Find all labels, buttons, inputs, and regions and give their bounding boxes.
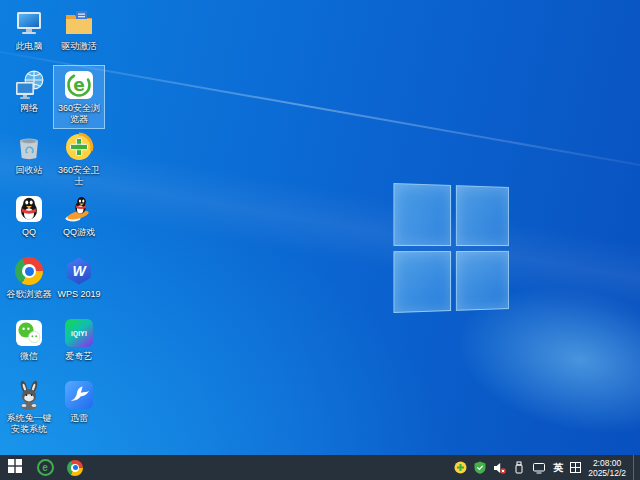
iqiyi-glyph: iQIYI: [71, 330, 87, 337]
chrome-icon: [13, 255, 45, 287]
chrome-taskbar-icon: [67, 460, 83, 476]
icon-label: 360安全浏览器: [54, 103, 104, 125]
360-browser-taskbar-icon: e: [37, 459, 54, 476]
icon-label: 360安全卫士: [54, 165, 104, 187]
desktop-icon-wps[interactable]: W WPS 2019: [54, 252, 104, 314]
desktop-wallpaper: 此电脑 驱动激活: [0, 0, 640, 480]
desktop-icon-qq[interactable]: QQ: [4, 190, 54, 252]
desktop-icon-chrome[interactable]: 谷歌浏览器: [4, 252, 54, 314]
icon-label: 驱动激活: [61, 41, 97, 52]
taskbar-left: e: [0, 455, 90, 480]
ime-language-indicator[interactable]: 英: [553, 461, 563, 475]
icon-label: WPS 2019: [57, 289, 100, 300]
360-browser-icon: e: [63, 69, 95, 101]
taskbar-360-browser-button[interactable]: e: [30, 455, 60, 480]
start-button[interactable]: [0, 455, 30, 480]
system-tray: 英 2:08:00 2025/12/2: [454, 455, 640, 480]
desktop-icon-qq-games[interactable]: QQ游戏: [54, 190, 104, 252]
icon-label: 迅雷: [70, 413, 88, 424]
icon-label: QQ: [22, 227, 36, 238]
desktop-icon-recycle-bin[interactable]: 回收站: [4, 128, 54, 190]
windows-logo: [393, 183, 508, 313]
icon-label: 爱奇艺: [66, 351, 93, 362]
clock-time: 2:08:00: [588, 458, 626, 468]
windows-logo-pane: [393, 251, 450, 314]
icon-label: 此电脑: [16, 41, 43, 52]
recycle-bin-icon: [13, 131, 45, 163]
system-rabbit-icon: [13, 379, 45, 411]
desktop-icon-wechat[interactable]: 微信: [4, 314, 54, 376]
desktop-icon-network[interactable]: 网络: [4, 66, 54, 128]
windows-start-icon: [8, 459, 22, 476]
desktop-icon-system-rabbit[interactable]: 系统兔一键安装系统: [4, 376, 54, 438]
taskbar: e: [0, 455, 640, 480]
wps-glyph: W: [72, 263, 85, 279]
desktop-icon-this-pc[interactable]: 此电脑: [4, 4, 54, 66]
icon-label: 回收站: [16, 165, 43, 176]
desktop-icon-360-safeguard[interactable]: 360安全卫士: [54, 128, 104, 190]
icon-label: 微信: [20, 351, 38, 362]
desktop-icon-360-browser[interactable]: e 360安全浏览器: [54, 66, 104, 128]
desktop-icon-xunlei[interactable]: 迅雷: [54, 376, 104, 438]
wechat-icon: [13, 317, 45, 349]
qq-games-icon: [63, 193, 95, 225]
qq-icon: [13, 193, 45, 225]
windows-logo-pane: [455, 250, 508, 310]
clock-date: 2025/12/2: [588, 468, 626, 478]
svg-text:e: e: [73, 75, 85, 95]
show-desktop-button[interactable]: [633, 455, 638, 480]
taskbar-clock[interactable]: 2:08:00 2025/12/2: [588, 458, 626, 478]
icon-label: QQ游戏: [63, 227, 95, 238]
desktop-icon-grid: 此电脑 驱动激活: [4, 4, 104, 438]
xunlei-icon: [63, 379, 95, 411]
tray-360-safeguard-icon[interactable]: [454, 461, 467, 474]
tray-antivirus-shield-icon[interactable]: [474, 461, 486, 474]
this-pc-icon: [13, 7, 45, 39]
network-icon: [13, 69, 45, 101]
icon-label: 谷歌浏览器: [7, 289, 52, 300]
taskbar-chrome-button[interactable]: [60, 455, 90, 480]
folder-icon: [63, 7, 95, 39]
iqiyi-icon: iQIYI: [63, 317, 95, 349]
desktop-icon-driver-activation[interactable]: 驱动激活: [54, 4, 104, 66]
network-status-icon[interactable]: [532, 462, 546, 474]
windows-logo-pane: [455, 185, 508, 245]
icon-label: 系统兔一键安装系统: [4, 413, 54, 435]
360-safeguard-icon: [63, 131, 95, 163]
usb-device-icon[interactable]: [513, 461, 525, 474]
icon-label: 网络: [20, 103, 38, 114]
volume-muted-icon[interactable]: [493, 462, 506, 474]
wps-icon: W: [63, 255, 95, 287]
ime-keyboard-icon[interactable]: [570, 462, 581, 473]
windows-logo-pane: [393, 183, 450, 246]
desktop-icon-iqiyi[interactable]: iQIYI 爱奇艺: [54, 314, 104, 376]
